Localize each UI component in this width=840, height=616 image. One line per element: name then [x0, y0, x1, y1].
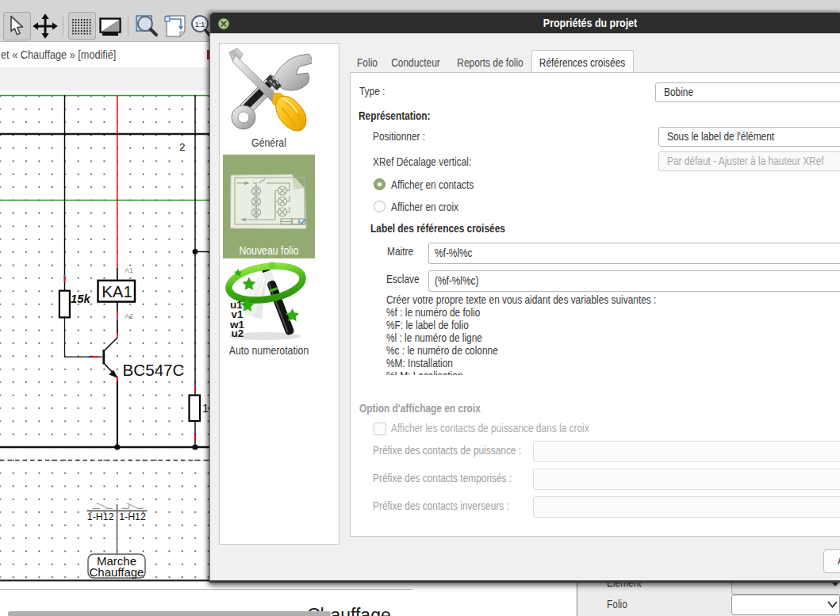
svg-text:BC547C: BC547C [123, 361, 185, 379]
svg-text:1-H12: 1-H12 [119, 511, 146, 522]
svg-text:KA1: KA1 [102, 283, 132, 300]
svg-text:Chauffage: Chauffage [90, 565, 144, 579]
svg-text:A2: A2 [125, 312, 133, 320]
svg-text:2: 2 [179, 141, 186, 153]
svg-text:1-H12: 1-H12 [87, 511, 114, 522]
svg-text:u2: u2 [232, 327, 244, 339]
svg-text:A1: A1 [125, 266, 133, 274]
svg-text:15k: 15k [71, 293, 90, 305]
